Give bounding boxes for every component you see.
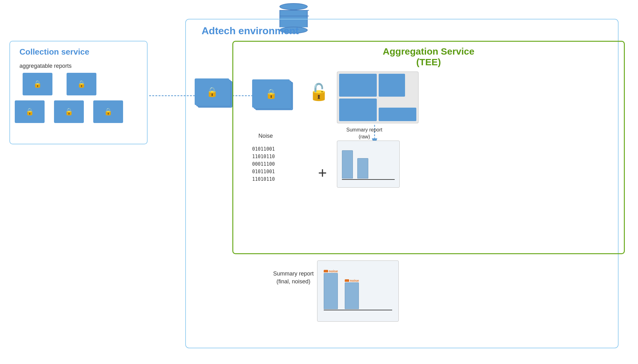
noise-indicator-1: noise — [324, 269, 338, 273]
raw-bar-chart — [342, 144, 395, 179]
tile-3 — [339, 99, 377, 121]
tile-4 — [379, 108, 416, 121]
noise-label-1: noise — [329, 269, 338, 273]
aggregation-service-box: Aggregation Service (TEE) 🔒 🔓 — [232, 41, 625, 254]
decoded-grid — [339, 74, 416, 121]
aggregation-service-label: Aggregation Service (TEE) — [383, 46, 474, 67]
agg-card-front: 🔒 — [252, 79, 290, 108]
tile-1 — [339, 74, 377, 97]
collection-service-label: Collection service — [19, 47, 89, 57]
lock-icon-1: 🔒 — [33, 80, 42, 88]
noise-line-1: 01011001 — [252, 145, 275, 153]
lock-card-5: 🔒 — [93, 100, 123, 123]
noise-bar-top-2 — [345, 279, 349, 282]
lock-card-2: 🔒 — [67, 73, 96, 95]
tile-2 — [379, 74, 405, 97]
lock-card-1: 🔒 — [23, 73, 52, 95]
final-report-card: noise noise — [317, 260, 399, 322]
noise-line-4: 01011001 — [252, 168, 275, 175]
aggregatable-reports-text: aggregatable reports — [19, 63, 72, 69]
noise-bar-top-1 — [324, 270, 328, 272]
noise-line-2: 11010110 — [252, 153, 275, 160]
noise-line-5: 11010110 — [252, 175, 275, 183]
main-container: Adtech environment Collection service ag… — [0, 0, 638, 364]
lock-icon-middle: 🔒 — [206, 86, 218, 97]
summary-raw-label: Summary report (raw) — [346, 126, 382, 141]
summary-decoded-card — [337, 72, 419, 123]
plus-sign: + — [318, 164, 327, 181]
bar-chart-baseline — [342, 179, 395, 180]
bar-raw-2 — [357, 158, 368, 179]
noise-label-2: noise — [350, 279, 359, 282]
db-top-circle — [279, 3, 308, 10]
noise-line-3: 00011100 — [252, 160, 275, 168]
lock-icon-2: 🔒 — [77, 80, 86, 88]
lock-icon-4: 🔒 — [65, 108, 73, 116]
noise-label: Noise — [258, 133, 273, 139]
final-bar-wrapper-1: noise — [324, 268, 338, 309]
middle-cards-stack: 🔒 — [195, 78, 229, 105]
final-bar-2 — [345, 282, 359, 309]
noise-binary-block: 01011001 11010110 00011100 01011001 1101… — [252, 145, 275, 183]
lock-icon-3: 🔒 — [25, 108, 34, 116]
bar-raw-1 — [342, 150, 353, 179]
summary-final-label: Summary report (final, noised) — [273, 270, 314, 286]
lock-card-4: 🔒 — [54, 100, 84, 123]
aggregation-cards-stack: 🔒 — [252, 79, 290, 108]
final-bar-wrapper-2: noise — [345, 268, 359, 309]
final-chart-baseline — [324, 310, 392, 310]
final-bar-1-container: noise — [324, 273, 338, 309]
adtech-label: Adtech environment — [202, 25, 299, 37]
middle-card-front: 🔒 — [195, 78, 229, 105]
lock-card-3: 🔒 — [15, 100, 45, 123]
final-bar-chart: noise noise — [324, 265, 392, 309]
unlock-icon: 🔓 — [309, 83, 329, 102]
lock-icon-agg: 🔒 — [265, 88, 277, 99]
summary-raw-card — [337, 141, 400, 188]
lock-icon-5: 🔒 — [104, 108, 112, 116]
collection-service-box: Collection service aggregatable reports … — [9, 41, 148, 144]
noise-indicator-2: noise — [345, 279, 359, 282]
final-bar-1 — [324, 273, 338, 309]
final-bar-2-container: noise — [345, 282, 359, 309]
